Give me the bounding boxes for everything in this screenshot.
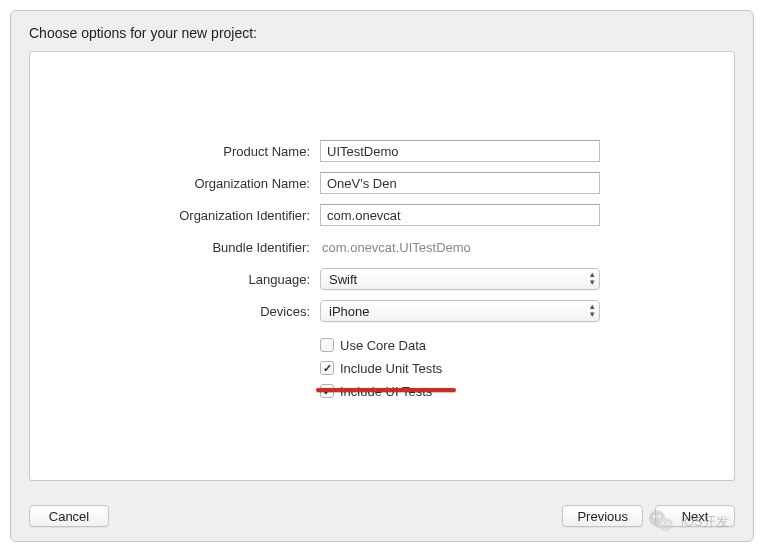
core-data-checkbox[interactable] xyxy=(320,338,334,352)
language-select[interactable]: Swift xyxy=(320,268,600,290)
bundle-identifier-value: com.onevcat.UITestDemo xyxy=(320,240,600,255)
org-name-input[interactable] xyxy=(320,172,600,194)
cancel-button[interactable]: Cancel xyxy=(29,505,109,527)
unit-tests-label: Include Unit Tests xyxy=(340,361,442,376)
unit-tests-checkbox[interactable] xyxy=(320,361,334,375)
product-name-label: Product Name: xyxy=(30,144,320,159)
footer-buttons: Cancel Previous Next xyxy=(29,505,735,527)
devices-label: Devices: xyxy=(30,304,320,319)
org-identifier-input[interactable] xyxy=(320,204,600,226)
core-data-label: Use Core Data xyxy=(340,338,426,353)
sheet-title: Choose options for your new project: xyxy=(29,25,735,41)
org-name-label: Organization Name: xyxy=(30,176,320,191)
language-label: Language: xyxy=(30,272,320,287)
highlight-underline xyxy=(316,388,456,392)
bundle-identifier-label: Bundle Identifier: xyxy=(30,240,320,255)
org-identifier-label: Organization Identifier: xyxy=(30,208,320,223)
previous-button[interactable]: Previous xyxy=(562,505,643,527)
product-name-input[interactable] xyxy=(320,140,600,162)
next-button[interactable]: Next xyxy=(655,505,735,527)
form-panel: Product Name: Organization Name: Organiz… xyxy=(29,51,735,481)
options-sheet: Choose options for your new project: Pro… xyxy=(10,10,754,542)
devices-select[interactable]: iPhone xyxy=(320,300,600,322)
